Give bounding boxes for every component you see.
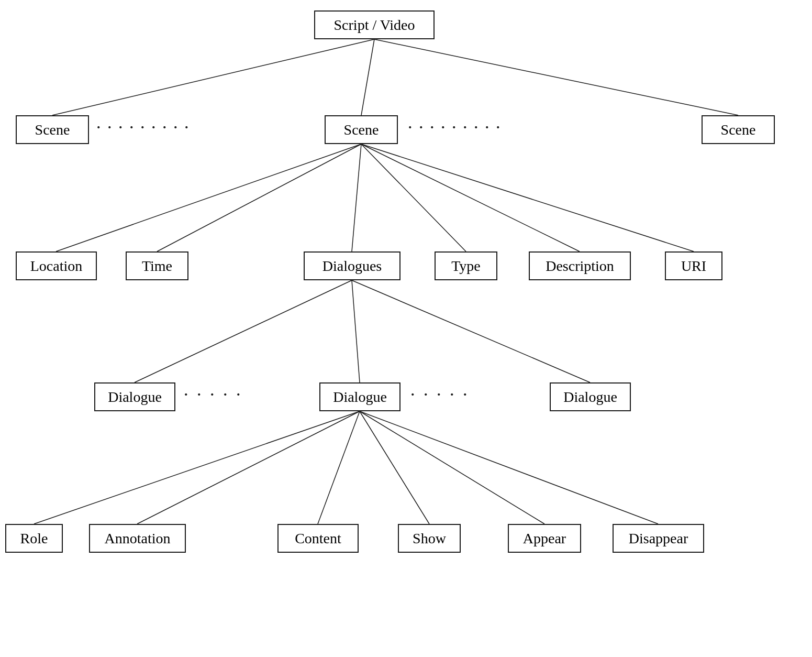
svg-line-7 bbox=[361, 144, 580, 251]
scene-center-node: Scene bbox=[325, 115, 398, 144]
description-node: Description bbox=[529, 251, 631, 280]
svg-line-2 bbox=[374, 39, 738, 115]
svg-line-5 bbox=[352, 144, 361, 251]
dots-left-scene: · · · · · · · · · bbox=[97, 119, 191, 135]
uri-node: URI bbox=[665, 251, 722, 280]
svg-line-11 bbox=[352, 280, 590, 382]
dots-right-scene: · · · · · · · · · bbox=[408, 119, 502, 135]
svg-line-8 bbox=[361, 144, 694, 251]
dots-right-dialogue: · · · · · bbox=[411, 387, 470, 402]
connecting-lines bbox=[0, 0, 812, 657]
svg-line-13 bbox=[137, 411, 360, 524]
svg-line-0 bbox=[52, 39, 374, 115]
dialogue-right-node: Dialogue bbox=[550, 382, 631, 411]
svg-line-3 bbox=[56, 144, 361, 251]
scene-right-node: Scene bbox=[702, 115, 775, 144]
scene-left-node: Scene bbox=[16, 115, 89, 144]
type-node: Type bbox=[435, 251, 497, 280]
annotation-node: Annotation bbox=[89, 524, 186, 553]
svg-line-9 bbox=[135, 280, 352, 382]
svg-line-1 bbox=[361, 39, 374, 115]
svg-line-10 bbox=[352, 280, 360, 382]
dialogue-left-node: Dialogue bbox=[94, 382, 175, 411]
svg-line-4 bbox=[157, 144, 361, 251]
content-node: Content bbox=[277, 524, 359, 553]
location-node: Location bbox=[16, 251, 97, 280]
appear-node: Appear bbox=[508, 524, 581, 553]
show-node: Show bbox=[398, 524, 461, 553]
svg-line-15 bbox=[360, 411, 429, 524]
svg-line-6 bbox=[361, 144, 466, 251]
svg-line-16 bbox=[360, 411, 544, 524]
script-video-node: Script / Video bbox=[314, 10, 435, 39]
dialogue-center-node: Dialogue bbox=[319, 382, 401, 411]
svg-line-12 bbox=[34, 411, 360, 524]
time-node: Time bbox=[126, 251, 188, 280]
role-node: Role bbox=[5, 524, 63, 553]
dialogues-node: Dialogues bbox=[304, 251, 401, 280]
svg-line-14 bbox=[318, 411, 360, 524]
disappear-node: Disappear bbox=[613, 524, 704, 553]
dots-left-dialogue: · · · · · bbox=[184, 387, 243, 402]
svg-line-17 bbox=[360, 411, 658, 524]
diagram-container: Script / Video Scene · · · · · · · · · S… bbox=[0, 0, 812, 657]
